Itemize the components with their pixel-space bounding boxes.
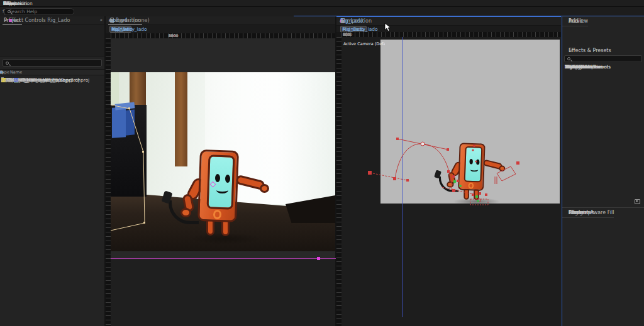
mouse-cursor	[384, 23, 391, 32]
project-tab-bar: Project ≡ Effect Controls Rig_Lado »	[0, 16, 104, 25]
chevron-right-icon[interactable]: ›	[565, 65, 566, 68]
character-right-leg	[221, 220, 230, 236]
project-preview-area	[0, 25, 104, 57]
project-column-headers[interactable]: Name Type ▼	[0, 69, 104, 75]
tab-layer[interactable]: Layer: (none)	[116, 18, 150, 23]
selection-outline	[111, 72, 155, 236]
comp-tab-bar-left: » Composition ep2_v4 ≡ Layer: (none)	[106, 16, 335, 25]
panel-menu-icon[interactable]: ≡	[4, 18, 8, 23]
ruler-corner	[106, 33, 111, 38]
ruler-label: 1500	[169, 33, 182, 38]
character-left-fist	[447, 182, 453, 188]
collapsed-panel-header[interactable]: Content-Aware Fill	[562, 208, 614, 218]
project-row[interactable]: Scene - ..stoAnimado_v3.chproj Adobe D..…	[0, 77, 14, 84]
character-eye	[470, 159, 473, 165]
help-search-box[interactable]	[4, 8, 74, 15]
tab-effect-controls[interactable]: Effect Controls Rig_Lado	[9, 18, 70, 23]
character-phone-left[interactable]	[174, 146, 268, 251]
panel-overflow-icon[interactable]: »	[100, 18, 103, 23]
magenta-guide-line	[111, 258, 336, 259]
vertical-ruler	[336, 37, 341, 326]
character-right-hand	[260, 184, 269, 193]
composition-viewport-right: » Composition Rig_Lado ≡ ep2_v4 ‹ Rig_La…	[336, 16, 561, 326]
character-screen-face	[464, 146, 483, 183]
character-left-leg	[464, 189, 469, 200]
blue-guide-line	[402, 37, 403, 317]
ruler-label: 1000	[343, 32, 360, 37]
character-right-leg	[474, 189, 479, 200]
item-type: Adobe D..ink	[14, 78, 39, 83]
horizontal-ruler: 3004005006007008009001000110012001300140…	[111, 33, 335, 38]
character-left-leg	[206, 219, 214, 236]
character-eye	[215, 174, 220, 182]
panel-menu-icon[interactable]: ≡	[340, 18, 345, 24]
sidebar-bottom-panels: AlignLibrariesCharacterParagraphTrackerC…	[562, 207, 644, 208]
label-swatch	[9, 19, 12, 22]
view-label[interactable]: Active Camera (Default)	[343, 41, 385, 46]
effects-panel-grip-icon[interactable]	[635, 199, 640, 204]
breadcrumb-item[interactable]: MainBody_lado	[109, 26, 149, 32]
project-search-box[interactable]	[3, 59, 102, 67]
effects-search-box[interactable]	[564, 55, 642, 62]
character-mouth	[470, 167, 479, 171]
character-phone-rig[interactable]	[442, 141, 504, 211]
collapsed-panel-header[interactable]: Preview	[562, 16, 588, 26]
effects-search-input[interactable]	[567, 56, 630, 62]
tool-bar: ⌂▶✽◎↻✛⇕↺⊞▭✒T✐⌖◆✄✜ ⊥⋔∿ ▶✛□↻ Universal ▾ S…	[0, 6, 644, 16]
comp-canvas-photo[interactable]	[111, 72, 335, 251]
character-mouth	[216, 187, 228, 193]
character-left-fist	[180, 208, 191, 217]
ruler-corner	[336, 32, 341, 37]
chevron-down-icon[interactable]: ▼	[0, 70, 8, 74]
right-sidebar: InfoAudioPreview Effects & Presets ≡ › *…	[562, 16, 644, 326]
comp-breadcrumb-left: ep2_v4 ‹ Rig_Lado ‹ MainBody_lado	[106, 25, 335, 33]
character-eye	[476, 160, 479, 165]
comp-breadcrumb-right: ep2_v4 ‹ Rig_Lado ‹ MainBody_lado	[336, 26, 561, 32]
menu-bar: FileEditCompositionLayerEffectAnimationV…	[0, 0, 644, 6]
character-right-hand	[499, 166, 505, 171]
after-effects-window: FileEditCompositionLayerEffectAnimationV…	[0, 0, 644, 326]
comp-tab-bar-right: » Composition Rig_Lado ≡	[336, 17, 561, 26]
breadcrumb-item[interactable]: MainBody_lado	[340, 26, 380, 32]
help-search-input[interactable]	[8, 8, 64, 15]
effects-category[interactable]: › Utility	[562, 64, 579, 70]
horizontal-ruler: -200-10001002003004005006007008009001000	[341, 32, 561, 37]
composition-viewport-left: » Composition ep2_v4 ≡ Layer: (none) ep2…	[106, 16, 335, 326]
project-search-input[interactable]	[6, 60, 87, 66]
project-panel: Project ≡ Effect Controls Rig_Lado » Nam…	[0, 16, 104, 326]
effects-presets-header[interactable]: Effects & Presets ≡	[562, 46, 644, 55]
magenta-guide-handle[interactable]	[317, 257, 320, 260]
panel-menu-icon[interactable]: ≡	[569, 46, 573, 55]
menu-item[interactable]: Help	[3, 1, 14, 6]
panel-menu-icon[interactable]: ≡	[109, 18, 114, 23]
vertical-ruler	[106, 38, 111, 326]
character-eye	[225, 175, 230, 183]
tab-composition-rig[interactable]: Composition Rig_Lado ≡	[339, 17, 373, 25]
